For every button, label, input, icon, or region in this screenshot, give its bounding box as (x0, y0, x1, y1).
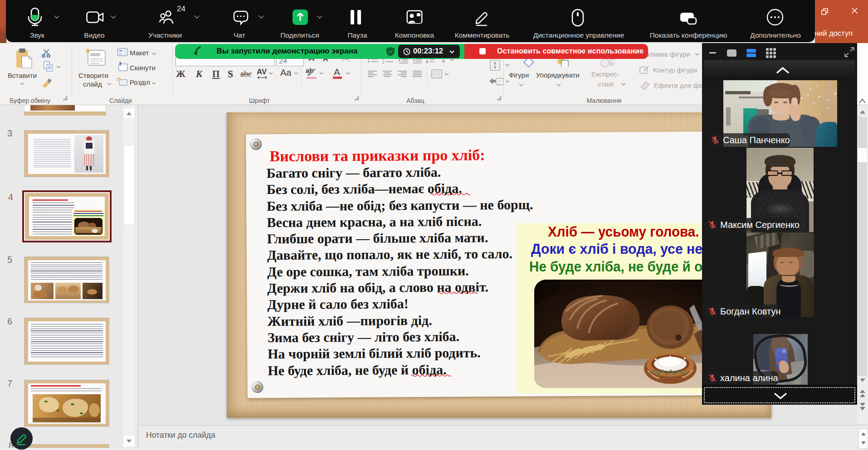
svg-text:3: 3 (382, 60, 385, 63)
